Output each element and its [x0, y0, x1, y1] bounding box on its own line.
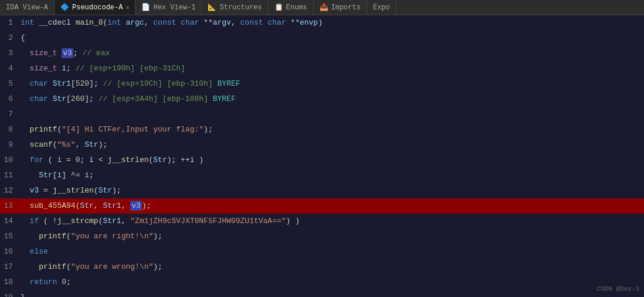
tab-icon: 📄	[141, 3, 150, 12]
code-line-15: 15 printf("you are right!\n");	[0, 229, 644, 244]
code-line-17: 17 printf("you are wrong!\n");	[0, 259, 644, 275]
line-content-11: Str[i] ^= i;	[18, 168, 94, 183]
line-number-17: 17	[0, 259, 18, 275]
code-line-13: 13 sub_455A94(Str, Str1, v3);	[0, 198, 644, 214]
line-number-8: 8	[0, 122, 18, 137]
tab-ida-view-a[interactable]: IDA View-A	[0, 0, 55, 15]
code-line-18: 18 return 0;	[0, 275, 644, 290]
tab-icon: 📐	[208, 3, 216, 12]
close-icon[interactable]: ✕	[126, 4, 129, 11]
line-number-11: 11	[0, 168, 18, 183]
tab-label: Enums	[286, 4, 307, 12]
code-line-3: 3 size_t v3; // eax	[0, 46, 644, 61]
tab-expo[interactable]: Expo	[367, 0, 396, 15]
tab-imports[interactable]: 📥 Imports	[314, 0, 367, 15]
code-line-1: 1 int __cdecl main_0(int argc, const cha…	[0, 15, 644, 31]
tab-label: Structures	[219, 4, 262, 12]
tab-pseudocode-a[interactable]: 🔷 Pseudocode-A ✕	[55, 0, 135, 15]
tab-enums[interactable]: 📋 Enums	[269, 0, 314, 15]
line-number-1: 1	[0, 15, 18, 31]
code-line-11: 11 Str[i] ^= i;	[0, 168, 644, 183]
tab-label: Imports	[331, 4, 361, 12]
line-number-3: 3	[0, 46, 18, 61]
tab-icon: 🔷	[60, 3, 69, 12]
line-number-12: 12	[0, 183, 18, 198]
code-line-14: 14 if ( !j__strcmp(Str1, "Zm1jZH9cSVJXT0…	[0, 214, 644, 229]
tab-label: Expo	[373, 4, 390, 12]
line-content-14: if ( !j__strcmp(Str1, "Zm1jZH9cSVJXT0NFS…	[18, 214, 300, 229]
line-content-19: }	[18, 290, 25, 297]
line-content-8: printf("[4] Hi CTFer,Input your flag:");	[18, 122, 213, 137]
code-line-16: 16 else	[0, 244, 644, 259]
line-content-12: v3 = j__strlen(Str);	[18, 183, 121, 198]
tab-bar: IDA View-A 🔷 Pseudocode-A ✕ 📄 Hex View-1…	[0, 0, 644, 15]
line-content-5: char Str1[520]; // [esp+19Ch] [ebp-310h]…	[18, 76, 240, 92]
line-content-17: printf("you are wrong!\n");	[18, 259, 162, 275]
line-content-6: char Str[260]; // [esp+3A4h] [ebp-108h] …	[18, 92, 236, 107]
code-area: 1 int __cdecl main_0(int argc, const cha…	[0, 15, 644, 297]
code-line-7: 7	[0, 107, 644, 122]
line-number-13: 13	[0, 198, 18, 214]
tab-label: Pseudocode-A	[72, 4, 123, 12]
line-content-16: else	[18, 244, 48, 259]
line-number-6: 6	[0, 92, 18, 107]
line-content-1: int __cdecl main_0(int argc, const char …	[18, 15, 323, 31]
line-number-7: 7	[0, 107, 18, 122]
line-content-13: sub_455A94(Str, Str1, v3);	[18, 198, 151, 214]
code-line-2: 2 {	[0, 31, 644, 46]
line-number-10: 10	[0, 153, 18, 168]
code-line-12: 12 v3 = j__strlen(Str);	[0, 183, 644, 198]
line-number-19: 19	[0, 290, 18, 297]
line-number-4: 4	[0, 61, 18, 76]
line-content-2: {	[18, 31, 25, 46]
line-content-3: size_t v3; // eax	[18, 46, 110, 61]
line-number-15: 15	[0, 229, 18, 244]
code-line-19: 19 }	[0, 290, 644, 297]
line-number-5: 5	[0, 76, 18, 92]
line-number-16: 16	[0, 244, 18, 259]
code-line-6: 6 char Str[260]; // [esp+3A4h] [ebp-108h…	[0, 92, 644, 107]
line-content-10: for ( i = 0; i < j__strlen(Str); ++i )	[18, 153, 204, 168]
code-line-10: 10 for ( i = 0; i < j__strlen(Str); ++i …	[0, 153, 644, 168]
tab-icon: 📋	[274, 3, 283, 12]
tab-label: Hex View-1	[153, 4, 195, 12]
code-line-4: 4 size_t i; // [esp+190h] [ebp-31Ch]	[0, 61, 644, 76]
line-content-15: printf("you are right!\n");	[18, 229, 162, 244]
line-number-14: 14	[0, 214, 18, 229]
line-number-2: 2	[0, 31, 18, 46]
line-number-18: 18	[0, 275, 18, 290]
line-number-9: 9	[0, 137, 18, 153]
code-line-5: 5 char Str1[520]; // [esp+19Ch] [ebp-310…	[0, 76, 644, 92]
tab-structures[interactable]: 📐 Structures	[202, 0, 268, 15]
line-content-18: return 0;	[18, 275, 71, 290]
tab-hex-view-1[interactable]: 📄 Hex View-1	[135, 0, 202, 15]
code-line-8: 8 printf("[4] Hi CTFer,Input your flag:"…	[0, 122, 644, 137]
tab-label: IDA View-A	[6, 4, 48, 12]
line-content-9: scanf("%s", Str);	[18, 137, 107, 153]
line-content-4: size_t i; // [esp+190h] [ebp-31Ch]	[18, 61, 185, 76]
code-line-9: 9 scanf("%s", Str);	[0, 137, 644, 153]
watermark: CSDN @Day-3	[596, 285, 639, 292]
tab-icon: 📥	[320, 3, 328, 12]
